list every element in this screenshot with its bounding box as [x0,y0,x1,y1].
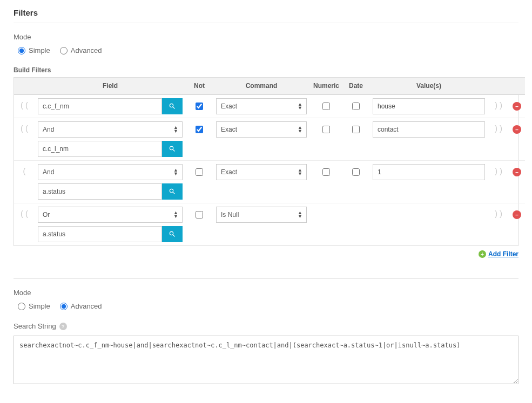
divider [14,23,518,23]
mode2-advanced-label: Advanced [71,302,102,310]
mode-simple-label: Simple [29,46,50,54]
field-input[interactable] [38,226,162,242]
close-paren: ) ) [488,94,509,118]
mode-radio-group: Simple Advanced [14,46,518,54]
divider [14,278,518,279]
command-select[interactable] [216,98,307,114]
remove-row-button[interactable]: – [513,125,521,134]
value-cell [369,203,488,245]
header-values: Value(s) [369,77,488,94]
mode-label-2: Mode [14,289,518,297]
search-icon [169,103,176,110]
remove-cell: – [509,203,525,245]
numeric-checkbox[interactable] [322,126,330,133]
date-cell [342,160,369,203]
command-cell: ▲▼ [213,203,310,245]
field-cell: ▲▼ [35,203,186,245]
not-checkbox[interactable] [196,211,203,218]
combiner-select[interactable] [38,207,183,223]
filter-grid: Field Not Command Numeric Date Value(s) … [14,77,518,246]
field-lookup-button[interactable] [162,141,183,157]
value-cell [369,94,488,118]
numeric-cell [310,118,342,160]
value-input[interactable] [373,121,485,138]
mode2-simple-option[interactable]: Simple [18,302,50,310]
mode2-simple-radio[interactable] [18,303,25,310]
header-field: Field [35,77,186,94]
header-remove [509,77,525,94]
mode-advanced-radio[interactable] [60,47,68,54]
value-input[interactable] [373,164,485,180]
value-cell [369,118,488,160]
section-title: Filters [14,8,518,17]
header-close-paren [488,77,509,94]
open-paren: ( ( [14,94,35,118]
mode-label: Mode [14,33,518,41]
field-lookup-button[interactable] [162,226,183,242]
command-select[interactable] [216,207,307,223]
mode-advanced-label: Advanced [71,46,102,54]
help-icon[interactable]: ? [59,323,67,330]
numeric-cell [310,203,342,245]
field-lookup-button[interactable] [162,98,183,114]
not-cell [186,160,213,203]
not-cell [186,203,213,245]
field-input[interactable] [38,141,162,157]
search-icon [169,188,176,195]
not-cell [186,118,213,160]
field-cell: ▲▼ [35,118,186,160]
command-select[interactable] [216,121,307,138]
field-input[interactable] [38,183,162,200]
field-input[interactable] [38,98,162,114]
close-paren: ) ) [488,203,509,245]
header-numeric: Numeric [310,77,342,94]
header-command: Command [213,77,310,94]
date-checkbox[interactable] [352,103,360,110]
command-select[interactable] [216,164,307,180]
build-filters-label: Build Filters [14,66,518,74]
header-open-paren [14,77,35,94]
mode-advanced-option[interactable]: Advanced [60,46,102,54]
search-icon [169,145,176,153]
mode2-advanced-radio[interactable] [60,303,68,310]
open-paren: ( [14,160,35,203]
remove-row-button[interactable]: – [513,168,521,176]
mode-simple-option[interactable]: Simple [18,46,50,54]
remove-cell: – [509,94,525,118]
field-cell: ▲▼ [35,160,186,203]
numeric-cell [310,160,342,203]
command-cell: ▲▼ [213,160,310,203]
search-string-textarea[interactable] [14,336,518,384]
open-paren: ( ( [14,118,35,160]
open-paren: ( ( [14,203,35,245]
combiner-select[interactable] [38,121,183,138]
field-lookup-button[interactable] [162,183,183,200]
mode2-advanced-option[interactable]: Advanced [60,302,102,310]
close-paren: ) ) [488,160,509,203]
header-not: Not [186,77,213,94]
mode2-radio-group: Simple Advanced [14,302,518,310]
not-checkbox[interactable] [196,103,203,110]
mode2-simple-label: Simple [29,302,50,310]
add-filter-link[interactable]: Add Filter [488,250,518,258]
combiner-select[interactable] [38,164,183,180]
date-checkbox[interactable] [352,126,360,133]
remove-row-button[interactable]: – [513,102,521,111]
mode-simple-radio[interactable] [18,47,25,54]
date-cell [342,118,369,160]
header-date: Date [342,77,369,94]
not-checkbox[interactable] [196,168,203,176]
remove-cell: – [509,118,525,160]
numeric-checkbox[interactable] [322,103,330,110]
date-cell [342,203,369,245]
value-cell [369,160,488,203]
date-checkbox[interactable] [352,168,360,176]
value-input[interactable] [373,98,485,114]
date-cell [342,94,369,118]
numeric-cell [310,94,342,118]
not-checkbox[interactable] [196,126,203,133]
numeric-checkbox[interactable] [322,168,330,176]
remove-row-button[interactable]: – [513,210,521,219]
search-icon [169,230,176,238]
not-cell [186,94,213,118]
